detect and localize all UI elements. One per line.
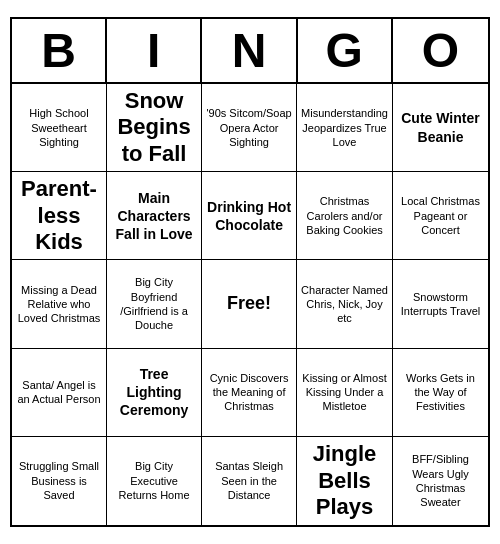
bingo-cell-22[interactable]: Santas Sleigh Seen in the Distance xyxy=(202,437,297,525)
bingo-cell-20[interactable]: Struggling Small Business is Saved xyxy=(12,437,107,525)
bingo-cell-18[interactable]: Kissing or Almost Kissing Under a Mistle… xyxy=(297,349,393,437)
bingo-cell-11[interactable]: Big City Boyfriend /Girlfriend is a Douc… xyxy=(107,260,202,348)
bingo-cell-0[interactable]: High School Sweetheart Sighting xyxy=(12,84,107,172)
bingo-cell-15[interactable]: Santa/ Angel is an Actual Person xyxy=(12,349,107,437)
header-letter-b: B xyxy=(12,19,107,82)
bingo-cell-14[interactable]: Snowstorm Interrupts Travel xyxy=(393,260,488,348)
bingo-cell-23[interactable]: Jingle Bells Plays xyxy=(297,437,393,525)
bingo-card: BINGO High School Sweetheart SightingSno… xyxy=(10,17,490,527)
bingo-cell-3[interactable]: Misunderstanding Jeopardizes True Love xyxy=(297,84,393,172)
bingo-cell-10[interactable]: Missing a Dead Relative who Loved Christ… xyxy=(12,260,107,348)
header-letter-n: N xyxy=(202,19,297,82)
header-letter-o: O xyxy=(393,19,488,82)
bingo-cell-21[interactable]: Big City Executive Returns Home xyxy=(107,437,202,525)
bingo-cell-1[interactable]: Snow Begins to Fall xyxy=(107,84,202,172)
bingo-cell-13[interactable]: Character Named Chris, Nick, Joy etc xyxy=(297,260,393,348)
bingo-cell-16[interactable]: Tree Lighting Ceremony xyxy=(107,349,202,437)
bingo-cell-7[interactable]: Drinking Hot Chocolate xyxy=(202,172,297,260)
bingo-cell-12[interactable]: Free! xyxy=(202,260,297,348)
bingo-cell-17[interactable]: Cynic Discovers the Meaning of Christmas xyxy=(202,349,297,437)
bingo-cell-2[interactable]: '90s Sitcom/Soap Opera Actor Sighting xyxy=(202,84,297,172)
bingo-cell-19[interactable]: Works Gets in the Way of Festivities xyxy=(393,349,488,437)
bingo-cell-4[interactable]: Cute Winter Beanie xyxy=(393,84,488,172)
bingo-cell-24[interactable]: BFF/Sibling Wears Ugly Christmas Sweater xyxy=(393,437,488,525)
bingo-grid: High School Sweetheart SightingSnow Begi… xyxy=(12,84,488,525)
bingo-cell-5[interactable]: Parent-less Kids xyxy=(12,172,107,260)
bingo-cell-9[interactable]: Local Christmas Pageant or Concert xyxy=(393,172,488,260)
header-letter-i: I xyxy=(107,19,202,82)
bingo-cell-6[interactable]: Main Characters Fall in Love xyxy=(107,172,202,260)
bingo-cell-8[interactable]: Christmas Carolers and/or Baking Cookies xyxy=(297,172,393,260)
bingo-header: BINGO xyxy=(12,19,488,84)
header-letter-g: G xyxy=(298,19,393,82)
